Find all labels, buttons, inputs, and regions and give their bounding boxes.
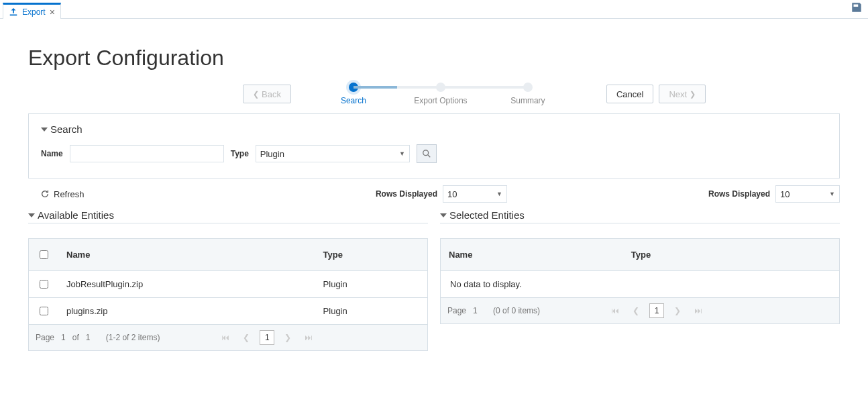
back-button[interactable]: ❮ Back bbox=[243, 85, 291, 103]
cell-name: JobResultPlugin.zip bbox=[58, 271, 315, 298]
toolbar-row: Refresh Rows Displayed 10 ▼ Rows Display… bbox=[28, 185, 840, 203]
chevron-down-icon: ▼ bbox=[829, 191, 835, 197]
tab-export[interactable]: Export × bbox=[3, 3, 61, 19]
collapse-icon bbox=[28, 213, 35, 217]
wizard-header: ❮ Back Search Export Options Summary Can… bbox=[28, 83, 840, 105]
chevron-right-icon: ❯ bbox=[690, 90, 696, 99]
type-label: Type bbox=[231, 149, 249, 158]
rows-displayed-dropdown[interactable]: 10 ▼ bbox=[443, 185, 507, 203]
entity-columns: Available Entities Name Type JobResultPl… bbox=[28, 209, 840, 351]
available-table: Name Type JobResultPlugin.zip Plugin plu… bbox=[28, 238, 428, 325]
col-name[interactable]: Name bbox=[58, 239, 315, 271]
refresh-link[interactable]: Refresh bbox=[40, 189, 85, 199]
refresh-icon bbox=[40, 189, 50, 199]
step-dot bbox=[436, 83, 445, 92]
step-dot bbox=[523, 83, 533, 92]
cell-type: Plugin bbox=[315, 298, 428, 325]
rows-displayed-left: Rows Displayed 10 ▼ bbox=[376, 185, 507, 203]
name-label: Name bbox=[41, 149, 63, 158]
rows-displayed-right: Rows Displayed 10 ▼ bbox=[708, 185, 840, 203]
col-actions bbox=[786, 239, 840, 271]
step-search[interactable]: Search bbox=[310, 83, 397, 105]
collapse-icon bbox=[440, 213, 447, 217]
cell-name: plugins.zip bbox=[58, 298, 315, 325]
step-label: Summary bbox=[510, 96, 545, 105]
table-row[interactable]: plugins.zip Plugin bbox=[29, 298, 428, 325]
magnify-icon bbox=[422, 149, 431, 158]
export-icon bbox=[9, 7, 18, 17]
pager-current-page[interactable]: 1 bbox=[649, 303, 664, 318]
svg-point-0 bbox=[423, 150, 429, 156]
tab-close-icon[interactable]: × bbox=[50, 7, 55, 17]
search-panel-header[interactable]: Search bbox=[41, 123, 827, 135]
cancel-button[interactable]: Cancel bbox=[606, 85, 653, 103]
name-input[interactable] bbox=[70, 145, 224, 162]
next-button[interactable]: Next ❯ bbox=[659, 85, 706, 103]
available-heading[interactable]: Available Entities bbox=[28, 209, 428, 223]
pager-next-icon[interactable]: ❯ bbox=[671, 306, 684, 315]
chevron-left-icon: ❮ bbox=[253, 90, 259, 99]
row-checkbox[interactable] bbox=[40, 280, 48, 289]
rows-displayed-dropdown[interactable]: 10 ▼ bbox=[775, 185, 840, 203]
wizard-stepper: Search Export Options Summary bbox=[310, 83, 572, 105]
col-type[interactable]: Type bbox=[623, 239, 786, 271]
available-pager: Page 1 of 1 (1-2 of 2 items) ⏮ ❮ 1 ❯ ⏭ bbox=[28, 325, 428, 351]
cell-type: Plugin bbox=[315, 271, 428, 298]
type-value: Plugin bbox=[260, 149, 284, 159]
selected-entities: Selected Entities Name Type No data to d… bbox=[440, 209, 840, 351]
search-go-button[interactable] bbox=[417, 144, 437, 163]
table-row[interactable]: JobResultPlugin.zip Plugin bbox=[29, 271, 428, 298]
row-checkbox[interactable] bbox=[40, 307, 48, 315]
selected-heading[interactable]: Selected Entities bbox=[440, 209, 840, 223]
tab-label: Export bbox=[22, 7, 46, 17]
collapse-icon bbox=[41, 128, 48, 132]
pager-prev-icon[interactable]: ❮ bbox=[629, 306, 643, 315]
save-icon[interactable] bbox=[851, 1, 863, 13]
select-all-checkbox[interactable] bbox=[40, 250, 48, 259]
pager-prev-icon[interactable]: ❮ bbox=[239, 333, 253, 342]
pager-last-icon[interactable]: ⏭ bbox=[691, 306, 706, 315]
col-name[interactable]: Name bbox=[441, 239, 623, 271]
pager-current-page[interactable]: 1 bbox=[260, 330, 274, 345]
chevron-down-icon: ▼ bbox=[496, 191, 502, 197]
pager-last-icon[interactable]: ⏭ bbox=[301, 333, 316, 342]
search-panel: Search Name Type Plugin ▼ bbox=[28, 113, 840, 178]
step-dot bbox=[349, 83, 358, 92]
selected-pager: Page 1 (0 of 0 items) ⏮ ❮ 1 ❯ ⏭ bbox=[440, 298, 840, 324]
chevron-down-icon: ▼ bbox=[399, 150, 405, 157]
page-title: Export Configuration bbox=[28, 46, 840, 70]
available-entities: Available Entities Name Type JobResultPl… bbox=[28, 209, 428, 351]
selected-table: Name Type bbox=[440, 238, 840, 271]
step-label: Search bbox=[341, 96, 366, 105]
tab-strip: Export × bbox=[0, 0, 868, 19]
pager-next-icon[interactable]: ❯ bbox=[281, 333, 294, 342]
step-label: Export Options bbox=[414, 96, 467, 105]
pager-first-icon[interactable]: ⏮ bbox=[218, 333, 233, 342]
no-data-message: No data to display. bbox=[440, 271, 840, 298]
type-dropdown[interactable]: Plugin ▼ bbox=[256, 145, 410, 162]
pager-first-icon[interactable]: ⏮ bbox=[608, 306, 622, 315]
page-body: Export Configuration ❮ Back Search Expor… bbox=[0, 19, 868, 359]
svg-line-1 bbox=[428, 155, 431, 158]
col-type[interactable]: Type bbox=[315, 239, 428, 271]
